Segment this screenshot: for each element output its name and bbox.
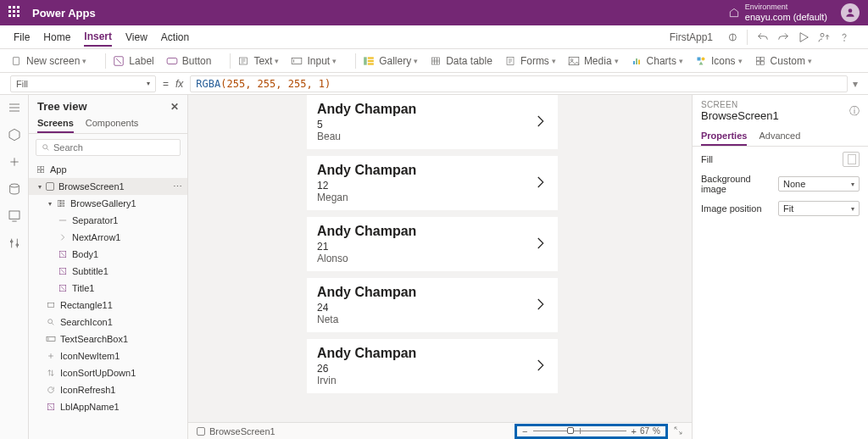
user-avatar[interactable] (841, 3, 860, 22)
chevron-right-icon[interactable] (532, 111, 548, 134)
components-icon[interactable] (7, 127, 22, 142)
close-icon[interactable]: ✕ (170, 101, 179, 113)
chevron-down-icon: ▾ (82, 57, 86, 65)
ribbon-new-screen[interactable]: New screen▾ (10, 55, 86, 67)
svg-rect-10 (368, 59, 374, 61)
menu-insert[interactable]: Insert (84, 28, 112, 47)
formula-bar: Fill ▾ = fx RGBA(255, 255, 255, 1) ▾ (0, 73, 868, 95)
text-icon (237, 55, 249, 67)
menu-file[interactable]: File (14, 29, 30, 46)
svg-rect-18 (638, 59, 640, 64)
chevron-right-icon[interactable] (532, 355, 548, 378)
chevron-down-icon[interactable]: ▾ (46, 200, 54, 208)
node-icon-sort[interactable]: IconSortUpDown1 (29, 364, 187, 381)
node-separator[interactable]: Separator1 (29, 212, 187, 229)
menu-view[interactable]: View (125, 29, 147, 46)
list-item[interactable]: Andy Champan 24 Neta (307, 278, 558, 332)
fit-to-window-icon[interactable] (673, 425, 683, 437)
svg-rect-7 (292, 58, 303, 64)
refresh-icon (46, 385, 56, 395)
node-subtitle[interactable]: Subtitle1 (29, 263, 187, 280)
properties-panel: SCREEN BrowseScreen1 ⓘ Properties Advanc… (692, 95, 868, 439)
chevron-right-icon[interactable] (532, 172, 548, 195)
tree-search[interactable] (36, 139, 181, 156)
zoom-control[interactable]: − + 67 % (515, 424, 668, 439)
node-search-icon[interactable]: SearchIcon1 (29, 314, 187, 331)
menu-home[interactable]: Home (43, 29, 70, 46)
node-browse-gallery[interactable]: ▾ BrowseGallery1 (29, 195, 187, 212)
svg-rect-37 (61, 205, 64, 207)
list-item[interactable]: Andy Champan 12 Megan (307, 156, 558, 210)
node-title[interactable]: Title1 (29, 280, 187, 297)
undo-icon[interactable] (754, 29, 771, 46)
redo-icon[interactable] (775, 29, 792, 46)
chevron-right-icon[interactable] (532, 233, 548, 256)
ribbon-text[interactable]: Text▾ (237, 55, 279, 67)
node-next-arrow[interactable]: NextArrow1 (29, 229, 187, 246)
fill-color-picker[interactable] (843, 152, 860, 167)
list-item[interactable]: Andy Champan 26 Irvin (307, 339, 558, 393)
node-text-search-box[interactable]: TextSearchBox1 (29, 331, 187, 347)
list-item[interactable]: Andy Champan 21 Alonso (307, 217, 558, 271)
app-launcher-icon[interactable] (8, 6, 22, 19)
formula-input[interactable]: RGBA(255, 255, 255, 1) (190, 75, 848, 92)
more-icon[interactable]: ⋯ (173, 181, 182, 192)
data-icon[interactable] (7, 181, 22, 197)
zoom-minus-icon[interactable]: − (522, 426, 527, 436)
svg-rect-5 (167, 58, 177, 64)
ribbon-custom[interactable]: Custom▾ (754, 55, 812, 67)
bg-image-dropdown[interactable]: None▾ (778, 176, 860, 192)
tab-properties[interactable]: Properties (701, 127, 747, 146)
svg-point-1 (821, 33, 824, 36)
node-rectangle[interactable]: Rectangle11 (29, 297, 187, 314)
zoom-slider[interactable] (533, 431, 626, 431)
ribbon-button[interactable]: Button (166, 55, 212, 67)
share-icon[interactable] (815, 29, 832, 46)
suite-header: Power Apps Environment enayu.com (defaul… (0, 0, 868, 25)
tab-advanced[interactable]: Advanced (759, 127, 800, 146)
zoom-plus-icon[interactable]: + (632, 426, 637, 436)
app-checker-icon[interactable] (723, 29, 740, 46)
tab-screens[interactable]: Screens (37, 114, 74, 133)
node-app[interactable]: App (29, 161, 187, 178)
node-body[interactable]: Body1 (29, 246, 187, 263)
ribbon-icons[interactable]: Icons▾ (695, 55, 743, 67)
chevron-down-icon[interactable]: ▾ (36, 183, 44, 191)
chevron-right-icon[interactable] (532, 294, 548, 317)
media-pane-icon[interactable] (7, 208, 22, 224)
tree-view-title: Tree view (37, 100, 87, 113)
icons-icon (695, 55, 707, 67)
tab-components[interactable]: Components (86, 114, 138, 133)
node-icon-new[interactable]: IconNewItem1 (29, 347, 187, 364)
ribbon-forms[interactable]: Forms▾ (504, 55, 556, 67)
preview-icon[interactable] (795, 29, 812, 46)
property-dropdown[interactable]: Fill ▾ (10, 75, 156, 92)
image-position-dropdown[interactable]: Fit▾ (778, 201, 860, 216)
forms-icon (504, 55, 516, 67)
environment-picker[interactable]: Environment enayu.com (default) (728, 3, 827, 22)
svg-rect-14 (569, 57, 579, 64)
svg-rect-31 (41, 166, 43, 169)
info-icon[interactable]: ⓘ (849, 104, 860, 119)
ribbon-charts[interactable]: Charts▾ (631, 55, 683, 67)
menu-action[interactable]: Action (161, 29, 189, 46)
ribbon-media[interactable]: Media▾ (568, 55, 619, 67)
ribbon-label[interactable]: Label (113, 55, 153, 67)
insert-pane-icon[interactable] (7, 154, 22, 169)
selection-name: BrowseScreen1 (701, 109, 779, 122)
ribbon-gallery[interactable]: Gallery▾ (363, 55, 418, 67)
help-icon[interactable] (836, 29, 853, 46)
canvas-area: Andy Champan 5 Beau Andy Champan 12 Mega… (188, 95, 692, 439)
node-browse-screen[interactable]: ▾ BrowseScreen1 ⋯ (29, 178, 187, 195)
advanced-tools-icon[interactable] (7, 236, 22, 251)
ribbon-data-table[interactable]: Data table (430, 55, 492, 67)
search-input[interactable] (53, 142, 175, 153)
node-lbl-appname[interactable]: LblAppName1 (29, 398, 187, 415)
environment-label: Environment (745, 3, 827, 12)
formula-expand-icon[interactable]: ▾ (853, 78, 858, 90)
node-icon-refresh[interactable]: IconRefresh1 (29, 381, 187, 398)
tree-view-icon[interactable] (7, 100, 22, 115)
ribbon-input[interactable]: Input▾ (291, 55, 337, 67)
list-item[interactable]: Andy Champan 5 Beau (307, 95, 558, 149)
browse-gallery[interactable]: Andy Champan 5 Beau Andy Champan 12 Mega… (307, 95, 558, 422)
